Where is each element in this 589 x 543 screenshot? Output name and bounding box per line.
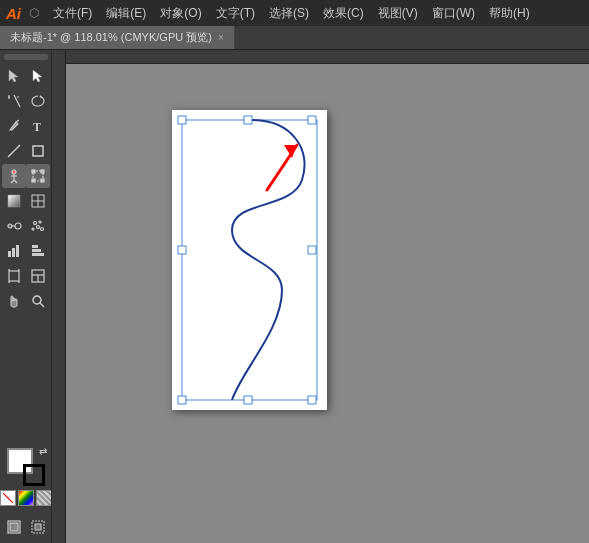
svg-rect-18 <box>8 195 20 207</box>
svg-point-8 <box>12 170 16 174</box>
mesh-tool[interactable] <box>26 189 50 213</box>
tab-close-button[interactable]: × <box>218 32 224 43</box>
menu-bar: 文件(F) 编辑(E) 对象(O) 文字(T) 选择(S) 效果(C) 视图(V… <box>47 3 536 24</box>
svg-rect-36 <box>9 271 19 281</box>
menu-effect[interactable]: 效果(C) <box>317 3 370 24</box>
artboard <box>172 110 327 410</box>
svg-rect-7 <box>33 146 43 156</box>
svg-rect-32 <box>16 245 19 257</box>
tool-row-extra <box>0 515 51 539</box>
svg-rect-33 <box>32 245 38 248</box>
menu-view[interactable]: 视图(V) <box>372 3 424 24</box>
tool-row-magic <box>0 89 51 113</box>
pen-tool[interactable] <box>2 114 26 138</box>
svg-rect-15 <box>41 170 44 173</box>
svg-line-4 <box>16 120 19 122</box>
menu-file[interactable]: 文件(F) <box>47 3 98 24</box>
color-section: ⇄ <box>0 444 52 510</box>
path-drawing <box>172 110 327 410</box>
tool-row-pen: T <box>0 114 51 138</box>
svg-rect-35 <box>32 253 44 256</box>
svg-line-11 <box>11 180 14 183</box>
menu-edit[interactable]: 编辑(E) <box>100 3 152 24</box>
svg-rect-58 <box>308 396 316 404</box>
svg-point-28 <box>32 228 34 230</box>
direct-selection-tool[interactable] <box>26 64 50 88</box>
title-bar: Ai ⬡ 文件(F) 编辑(E) 对象(O) 文字(T) 选择(S) 效果(C)… <box>0 0 589 26</box>
color-options-row <box>0 490 52 506</box>
pattern-color-option[interactable] <box>36 490 52 506</box>
svg-rect-17 <box>41 179 44 182</box>
gradient-tool[interactable] <box>2 189 26 213</box>
tool-row-blend <box>0 214 51 238</box>
column-graph-tool[interactable] <box>2 239 26 263</box>
puppet-warp-tool[interactable] <box>2 164 26 188</box>
svg-rect-56 <box>178 396 186 404</box>
svg-rect-30 <box>8 251 11 257</box>
title-bar-icon: ⬡ <box>29 6 39 20</box>
svg-rect-14 <box>32 170 35 173</box>
toolbar-drag-handle <box>4 54 48 60</box>
lasso-tool[interactable] <box>26 89 50 113</box>
magic-wand-tool[interactable] <box>2 89 26 113</box>
menu-window[interactable]: 窗口(W) <box>426 3 481 24</box>
svg-line-12 <box>14 180 17 183</box>
svg-rect-49 <box>35 524 41 530</box>
svg-rect-31 <box>12 248 15 257</box>
ruler-top <box>52 50 589 64</box>
tool-row-chart <box>0 239 51 263</box>
svg-line-45 <box>40 303 44 307</box>
gradient-color-option[interactable] <box>18 490 34 506</box>
change-screen-mode[interactable] <box>2 515 26 539</box>
color-swatches: ⇄ <box>7 448 45 486</box>
tab-bar: 未标题-1* @ 118.01% (CMYK/GPU 预览) × <box>0 26 589 50</box>
draw-inside-tool[interactable] <box>26 515 50 539</box>
menu-select[interactable]: 选择(S) <box>263 3 315 24</box>
svg-rect-52 <box>244 116 252 124</box>
svg-point-25 <box>33 222 36 225</box>
svg-point-27 <box>36 226 39 229</box>
tool-row-shape <box>0 139 51 163</box>
hand-tool[interactable] <box>2 289 26 313</box>
svg-point-22 <box>8 224 12 228</box>
svg-line-6 <box>8 145 20 157</box>
slice-tool[interactable] <box>26 264 50 288</box>
svg-rect-53 <box>308 116 316 124</box>
symbol-sprayer-tool[interactable] <box>26 214 50 238</box>
svg-point-23 <box>15 223 21 229</box>
menu-object[interactable]: 对象(O) <box>154 3 207 24</box>
svg-rect-47 <box>10 523 18 531</box>
menu-help[interactable]: 帮助(H) <box>483 3 536 24</box>
ruler-left <box>52 50 66 543</box>
tool-row-warp <box>0 189 51 213</box>
svg-rect-55 <box>308 246 316 254</box>
menu-text[interactable]: 文字(T) <box>210 3 261 24</box>
free-transform-tool[interactable] <box>26 164 50 188</box>
tool-row-navigation <box>0 289 51 313</box>
svg-rect-51 <box>178 116 186 124</box>
tool-row-artboard <box>0 264 51 288</box>
type-tool[interactable]: T <box>26 114 50 138</box>
canvas-area[interactable] <box>52 50 589 543</box>
line-tool[interactable] <box>2 139 26 163</box>
artboard-tool[interactable] <box>2 264 26 288</box>
document-tab[interactable]: 未标题-1* @ 118.01% (CMYK/GPU 预览) × <box>0 26 235 49</box>
selection-tool[interactable] <box>2 64 26 88</box>
svg-rect-50 <box>182 120 317 400</box>
svg-text:T: T <box>33 120 41 134</box>
stroke-swatch[interactable] <box>23 464 45 486</box>
bar-graph-tool[interactable] <box>26 239 50 263</box>
tool-row-selection <box>0 64 51 88</box>
svg-point-29 <box>40 228 43 231</box>
svg-point-26 <box>39 221 41 223</box>
zoom-tool[interactable] <box>26 289 50 313</box>
svg-rect-16 <box>32 179 35 182</box>
svg-point-44 <box>33 296 41 304</box>
rectangle-tool[interactable] <box>26 139 50 163</box>
none-color-option[interactable] <box>0 490 16 506</box>
tab-title: 未标题-1* @ 118.01% (CMYK/GPU 预览) <box>10 30 212 45</box>
swap-colors-icon[interactable]: ⇄ <box>39 446 47 457</box>
svg-rect-54 <box>178 246 186 254</box>
blend-tool[interactable] <box>2 214 26 238</box>
app-logo: Ai <box>6 5 21 22</box>
